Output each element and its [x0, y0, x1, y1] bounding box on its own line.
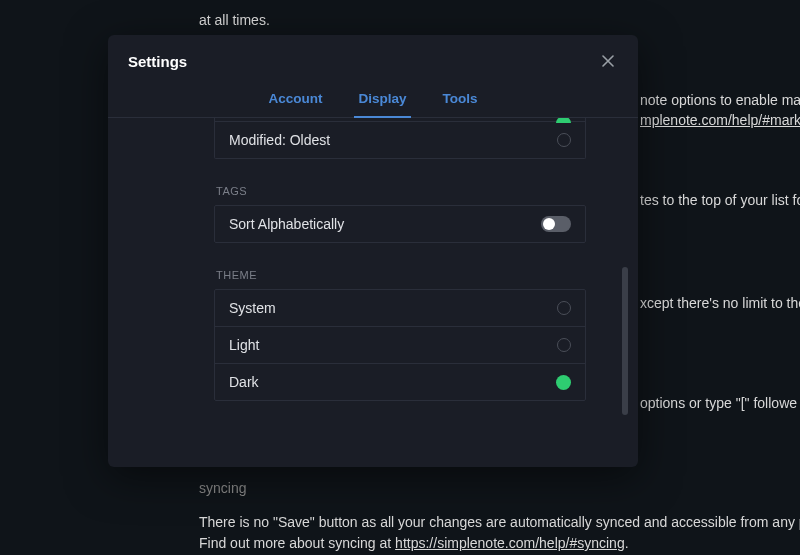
settings-modal: Settings Account Display Tools Modified:… — [108, 35, 638, 467]
sort-option-group: Modified: Oldest — [214, 118, 586, 159]
scrollbar-thumb[interactable] — [622, 267, 628, 415]
sort-option-cut — [215, 118, 585, 122]
modal-title: Settings — [128, 53, 187, 70]
modal-header: Settings — [108, 35, 638, 83]
syncing-help-link[interactable]: https://simplenote.com/help/#syncing — [395, 535, 625, 551]
bg-link[interactable]: mplenote.com/help/#marko — [640, 112, 800, 128]
close-icon — [602, 55, 614, 67]
tabs: Account Display Tools — [108, 83, 638, 118]
theme-option-dark[interactable]: Dark — [215, 364, 585, 400]
theme-option-light[interactable]: Light — [215, 327, 585, 364]
tab-display[interactable]: Display — [354, 83, 410, 118]
radio-icon — [557, 338, 571, 352]
bg-line: note options to enable mar — [640, 90, 800, 111]
close-button[interactable] — [598, 51, 618, 71]
option-label: Sort Alphabetically — [229, 216, 344, 232]
bg-line: at all times. — [199, 10, 270, 31]
option-label: Modified: Oldest — [229, 132, 330, 148]
radio-icon — [557, 133, 571, 147]
bg-line: syncing — [199, 478, 246, 499]
option-label: System — [229, 300, 276, 316]
radio-icon — [557, 301, 571, 315]
bg-line: xcept there's no limit to the — [640, 293, 800, 314]
bg-line: tes to the top of your list fo — [640, 190, 800, 211]
radio-selected-icon — [556, 118, 571, 123]
toggle-off-icon[interactable] — [541, 216, 571, 232]
tags-option-group: Sort Alphabetically — [214, 205, 586, 243]
bg-line: options or type "[" followe — [640, 393, 797, 414]
option-label: Dark — [229, 374, 259, 390]
bg-line: Find out more about syncing at https://s… — [199, 533, 629, 554]
radio-selected-icon — [556, 375, 571, 390]
theme-option-system[interactable]: System — [215, 290, 585, 327]
section-theme-label: Theme — [216, 269, 586, 281]
bg-line: There is no "Save" button as all your ch… — [199, 512, 800, 533]
tab-account[interactable]: Account — [264, 83, 326, 118]
theme-option-group: System Light Dark — [214, 289, 586, 401]
tags-sort-alpha-row[interactable]: Sort Alphabetically — [215, 206, 585, 242]
sort-option-modified-oldest[interactable]: Modified: Oldest — [215, 122, 585, 158]
modal-body: Modified: Oldest Tags Sort Alphabeticall… — [108, 118, 638, 467]
tab-tools[interactable]: Tools — [439, 83, 482, 118]
section-tags-label: Tags — [216, 185, 586, 197]
option-label: Light — [229, 337, 259, 353]
bg-line: mplenote.com/help/#marko — [640, 110, 800, 131]
